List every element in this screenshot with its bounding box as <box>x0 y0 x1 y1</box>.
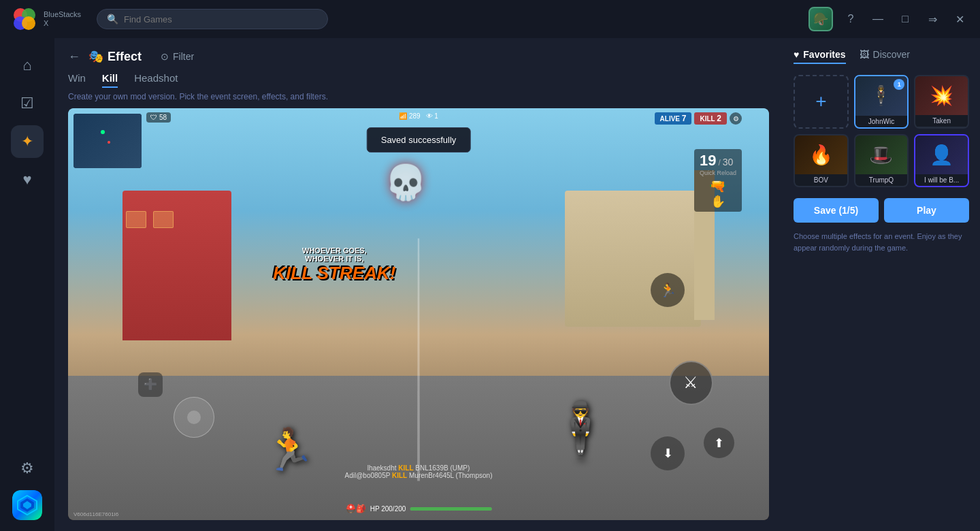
back-icon: ← <box>68 50 80 64</box>
right-panel: ♥ Favorites 🖼 Discover + 🕴 JohnWic 1 <box>783 38 980 531</box>
tab-headshot[interactable]: Headshot <box>134 72 178 88</box>
panel-tab-discover[interactable]: 🖼 Discover <box>860 49 910 64</box>
filter-label: Filter <box>173 51 194 62</box>
player-character: 🏃 <box>264 430 315 470</box>
tab-kill[interactable]: Kill <box>102 72 118 88</box>
action-buttons: Save (1/5) Play <box>794 198 969 223</box>
user-avatar[interactable]: 🪖 <box>808 7 833 31</box>
sidebar-item-favorites[interactable]: ♥ <box>11 163 44 196</box>
movement-joystick[interactable] <box>174 397 214 438</box>
titlebar-actions: 🪖 ? — □ ⇒ ✕ <box>808 7 969 31</box>
hp-bar-area: ⛑️🎒 HP 200/200 <box>346 504 492 513</box>
heart-icon: ♥ <box>22 171 31 189</box>
discover-tab-label: Discover <box>873 49 910 60</box>
effect-card-iwillbe-inner: 👤 <box>915 135 968 174</box>
sidebar-item-library[interactable]: ☑ <box>11 87 44 120</box>
game-preview: 🛡 58 ALIVE 7 KILL 2 ⚙ 📶 289 <box>68 108 769 520</box>
titlebar: BlueStacks X 🔍 🪖 ? — □ ⇒ ✕ <box>0 0 980 38</box>
hud-top-right: ALIVE 7 KILL 2 ⚙ <box>655 112 742 125</box>
effect-card-iwillbe-label: I will be B... <box>915 174 968 186</box>
shoot-button[interactable]: ⚔ <box>669 361 713 405</box>
panel-tabs: ♥ Favorites 🖼 Discover <box>794 49 969 64</box>
play-button[interactable]: Play <box>884 198 969 223</box>
minimap <box>74 114 142 168</box>
panel-hint: Choose multiple effects for an event. En… <box>794 231 969 253</box>
effect-title-text: Effect <box>108 50 142 64</box>
effect-card-taken-label: Taken <box>915 115 968 127</box>
add-effect-card[interactable]: + <box>794 75 849 129</box>
hud-stats: 📶 289 👁 1 <box>399 112 438 120</box>
effect-card-taken-inner: 💥 <box>915 76 968 115</box>
effect-card-johnwick[interactable]: 🕴 JohnWic 1 <box>854 75 909 129</box>
jump-button[interactable]: ⬆ <box>704 428 734 458</box>
kill-feed: lhaeksdht KILL BNL1639B (UMP) Adil@bo080… <box>345 464 493 479</box>
hp-bar <box>410 507 491 511</box>
effect-header: ← 🎭 Effect ⊙ Filter <box>68 49 769 64</box>
help-icon[interactable]: ? <box>841 10 860 29</box>
skull-effect-overlay: 💀 <box>385 163 427 202</box>
ammo-display: 19 / 30 Quick Reload 🔫 ✋ <box>694 149 742 212</box>
sidebar-item-settings[interactable]: ⚙ <box>11 452 44 485</box>
bluestacks-bottom-logo[interactable] <box>12 490 42 520</box>
effect-card-bov[interactable]: 🔥 BOV <box>794 134 849 188</box>
favorites-tab-label: Favorites <box>803 49 845 60</box>
save-button[interactable]: Save (1/5) <box>794 198 879 223</box>
player-code: V606d116E7601I6 <box>74 511 118 517</box>
effect-title: 🎭 Effect <box>88 49 142 64</box>
effect-card-iwillbe[interactable]: 👤 I will be B... <box>914 134 969 188</box>
brand-logo: BlueStacks X <box>11 5 86 33</box>
hp-bar-fill <box>410 507 491 511</box>
close-icon[interactable]: ✕ <box>950 10 969 29</box>
add-icon: + <box>815 91 826 112</box>
effect-card-trumpq-bg: 🎩 <box>855 135 908 175</box>
effect-card-iwillbe-bg: 👤 <box>915 135 968 174</box>
kill-streak-overlay: WHOEVER GOES, WHOEVER IT IS, KILL STREAK… <box>273 246 395 283</box>
search-icon: 🔍 <box>107 14 118 25</box>
tab-win[interactable]: Win <box>68 72 86 88</box>
game-preview-container: 🛡 58 ALIVE 7 KILL 2 ⚙ 📶 289 <box>68 108 769 520</box>
effect-card-trumpq[interactable]: 🎩 TrumpQ <box>854 134 909 188</box>
bluestacks-logo-icon <box>11 5 38 33</box>
library-icon: ☑ <box>20 95 34 112</box>
sidebar: ⌂ ☑ ✦ ♥ ⚙ <box>0 38 54 531</box>
brand-name: BlueStacks X <box>44 10 86 28</box>
main-layout: ⌂ ☑ ✦ ♥ ⚙ ← <box>0 38 980 531</box>
effect-card-trumpq-inner: 🎩 <box>855 135 908 175</box>
kill-badge: KILL 2 <box>694 112 727 125</box>
minimize-icon[interactable]: — <box>868 10 887 29</box>
sidebar-item-home[interactable]: ⌂ <box>11 49 44 82</box>
settings-hud-icon: ⚙ <box>730 112 742 125</box>
effect-card-bov-bg: 🔥 <box>795 135 847 174</box>
bs-logo-icon <box>12 490 42 520</box>
filter-button[interactable]: ⊙ Filter <box>161 51 194 62</box>
hud-player-badge: 🛡 58 <box>146 112 171 123</box>
effect-card-bov-inner: 🔥 <box>795 135 847 174</box>
effect-icon: 🎭 <box>88 49 103 64</box>
panel-tab-favorites[interactable]: ♥ Favorites <box>794 49 846 64</box>
search-input[interactable] <box>124 14 318 25</box>
svg-point-3 <box>22 16 35 30</box>
back-button[interactable]: ← <box>68 50 80 64</box>
settings-icon: ⚙ <box>20 460 34 477</box>
effect-card-taken[interactable]: 💥 Taken <box>914 75 969 129</box>
effect-card-trumpq-label: TrumpQ <box>855 174 908 186</box>
home-icon: ⌂ <box>22 57 31 74</box>
effect-card-bov-label: BOV <box>795 174 847 186</box>
filter-icon: ⊙ <box>161 51 169 62</box>
alive-badge: ALIVE 7 <box>655 112 692 125</box>
health-btn[interactable]: ➕ <box>138 372 163 397</box>
character-johnwick: 🕴 <box>546 404 615 458</box>
sidebar-item-effects[interactable]: ✦ <box>11 125 44 158</box>
favorites-tab-icon: ♥ <box>794 49 799 60</box>
effect-card-taken-bg: 💥 <box>915 76 968 115</box>
effect-grid: + 🕴 JohnWic 1 💥 Taken 🔥 <box>794 75 969 187</box>
effect-card-johnwick-label: JohnWic <box>855 116 908 127</box>
maximize-icon[interactable]: □ <box>896 10 915 29</box>
saved-toast: Saved successfully <box>367 127 471 152</box>
next-icon[interactable]: ⇒ <box>923 10 942 29</box>
shield-hud-icon: 🛡 <box>150 114 157 121</box>
tab-subtitle: Create your own mod version. Pick the ev… <box>68 92 769 101</box>
search-bar[interactable]: 🔍 <box>97 9 328 29</box>
discover-tab-icon: 🖼 <box>860 49 869 60</box>
tabs-row: Win Kill Headshot <box>68 72 769 88</box>
